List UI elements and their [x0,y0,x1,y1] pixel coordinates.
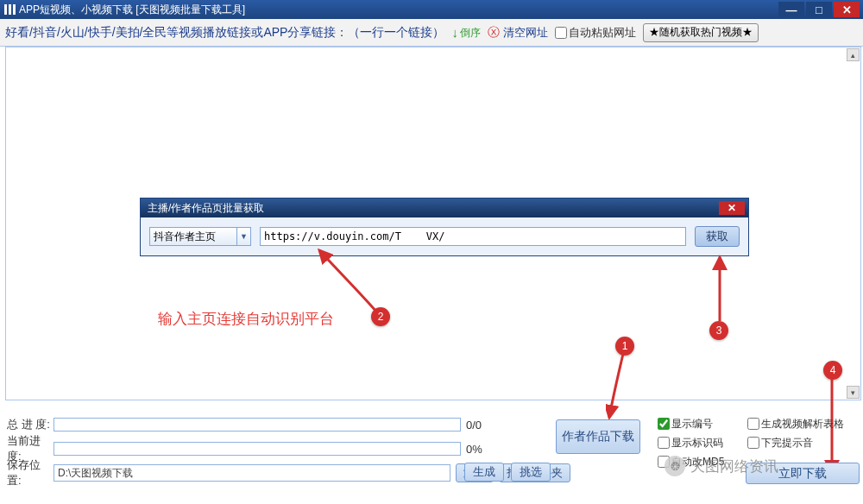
instruction-text: 好看/抖音/火山/快手/美拍/全民等视频播放链接或APP分享链接：（一行一个链接… [5,25,444,41]
annotation-tag-3: 3 [709,321,728,340]
down-arrow-icon: ↓ [451,25,458,40]
dialog-close-button[interactable]: ✕ [719,201,745,215]
annotation-tag-1: 1 [615,337,634,356]
app-icon [3,3,16,16]
scroll-down-icon[interactable]: ▾ [847,386,860,399]
minimize-button[interactable]: — [778,2,804,17]
scroll-up-icon[interactable]: ▴ [847,48,860,61]
auto-paste-checkbox[interactable]: 自动粘贴网址 [555,25,636,41]
dialog-title: 主播/作者作品页批量获取 [148,201,264,216]
generate-button[interactable]: 生成 [464,463,504,482]
window-title: APP短视频、小视频下载 [天图视频批量下载工具] [19,3,245,17]
reverse-button[interactable]: ↓ 倒序 [451,25,481,40]
svg-rect-0 [4,4,7,15]
total-progress-bar [54,418,461,432]
pick-button[interactable]: 挑选 [511,463,551,482]
annotation-tag-4: 4 [823,361,842,380]
current-progress-value: 0% [466,443,482,456]
annotation-tip: 输入主页连接自动识别平台 [158,309,334,329]
total-progress-value: 0/0 [466,419,482,432]
chk-show-code[interactable]: 显示标识码 [658,433,723,452]
x-circle-icon: ⓧ [488,25,500,39]
author-works-download-button[interactable]: 作者作品下载 [556,419,640,454]
combo-selected-label: 抖音作者主页 [150,230,236,244]
chk-show-id[interactable]: 显示编号 [658,414,713,433]
chk-prompt-sound[interactable]: 下完提示音 [747,433,813,452]
title-bar: APP短视频、小视频下载 [天图视频批量下载工具] — □ ✕ [0,0,863,19]
author-url-input[interactable] [260,227,686,246]
random-hot-button[interactable]: ★随机获取热门视频★ [643,23,759,42]
chk-gen-table[interactable]: 生成视频解析表格 [747,414,844,433]
dialog-title-bar: 主播/作者作品页批量获取 ✕ [141,198,748,217]
close-button[interactable]: ✕ [834,2,860,17]
save-path-label: 保存位置: [3,457,54,488]
top-toolbar: 好看/抖音/火山/快手/美拍/全民等视频播放链接或APP分享链接：（一行一个链接… [0,19,863,47]
fetch-button[interactable]: 获取 [695,226,740,247]
svg-rect-2 [13,4,16,15]
chevron-down-icon: ▼ [236,228,250,245]
svg-rect-1 [9,4,11,15]
clear-url-button[interactable]: ⓧ 清空网址 [488,25,548,41]
current-progress-bar [54,442,461,456]
platform-combo[interactable]: 抖音作者主页 ▼ [149,227,251,246]
wechat-icon: ❂ [665,456,685,476]
maximize-button[interactable]: □ [806,2,832,17]
save-path-input[interactable] [54,464,450,482]
total-progress-label: 总 进 度: [3,417,54,432]
watermark: ❂ 天图网络资讯 [665,456,778,476]
author-batch-dialog: 主播/作者作品页批量获取 ✕ 抖音作者主页 ▼ 获取 [140,198,749,256]
annotation-tag-2: 2 [371,307,390,326]
